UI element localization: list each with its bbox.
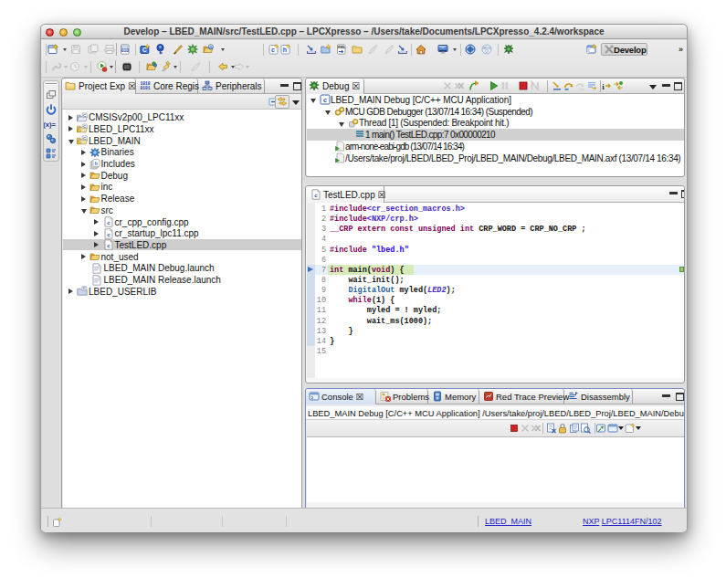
svg-text:C: C: [142, 47, 147, 53]
svg-text:c: c: [323, 97, 327, 103]
svg-text:MCU: MCU: [483, 47, 491, 50]
svg-text:XML: XML: [337, 45, 345, 49]
svg-text:(x)=: (x)=: [44, 121, 56, 129]
svg-text:c: c: [271, 47, 275, 53]
svg-text:C: C: [83, 286, 86, 290]
svg-text:h: h: [94, 160, 97, 165]
svg-text:i: i: [602, 82, 605, 91]
svg-text:0101: 0101: [140, 86, 150, 90]
svg-text:h: h: [283, 47, 287, 53]
